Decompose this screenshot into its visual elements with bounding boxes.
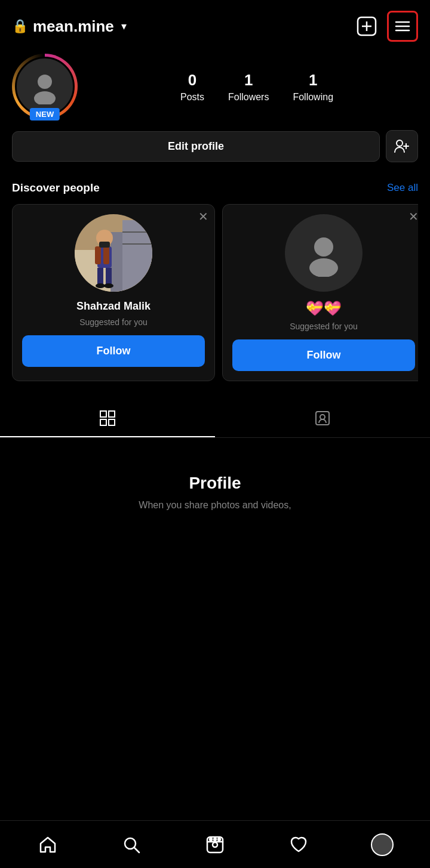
card-sub-1: Suggested for you xyxy=(79,317,148,327)
svg-rect-30 xyxy=(100,419,106,425)
stats-row: 0 Posts 1 Followers 1 Following xyxy=(96,71,418,103)
home-icon xyxy=(38,835,57,854)
svg-point-40 xyxy=(214,838,216,841)
new-badge: NEW xyxy=(30,108,60,121)
svg-line-35 xyxy=(134,848,139,852)
username-label[interactable]: mean.mine xyxy=(33,17,114,36)
empty-profile-section: Profile When you share photos and videos… xyxy=(0,438,430,535)
search-icon xyxy=(122,835,141,854)
top-bar-left: 🔒 mean.mine ▾ xyxy=(12,17,127,36)
svg-rect-25 xyxy=(99,242,110,248)
svg-rect-28 xyxy=(100,411,106,417)
see-all-button[interactable]: See all xyxy=(387,182,418,194)
card-name-1: Shahzad Malik xyxy=(76,300,150,313)
close-card-1-button[interactable]: ✕ xyxy=(198,211,208,223)
edit-row: Edit profile xyxy=(12,130,418,162)
svg-point-6 xyxy=(38,75,52,89)
followers-label: Followers xyxy=(228,92,269,103)
add-content-button[interactable] xyxy=(354,13,380,39)
posts-count: 0 xyxy=(188,71,196,89)
add-person-button[interactable] xyxy=(386,130,418,162)
grid-icon xyxy=(99,410,116,427)
card-emoji-2: 💝💝 xyxy=(306,300,342,317)
discover-cards: ✕ xyxy=(12,204,418,381)
follow-button-2[interactable]: Follow xyxy=(232,339,415,371)
top-bar-right xyxy=(354,11,418,42)
svg-point-37 xyxy=(213,842,217,847)
nav-search[interactable] xyxy=(108,827,155,863)
avatar-inner xyxy=(15,57,75,116)
tabs-section xyxy=(0,399,430,438)
svg-rect-32 xyxy=(316,412,329,425)
close-card-2-button[interactable]: ✕ xyxy=(408,211,418,223)
follow-button-1[interactable]: Follow xyxy=(22,335,205,367)
posts-stat[interactable]: 0 Posts xyxy=(180,71,204,103)
svg-rect-21 xyxy=(97,268,103,286)
svg-point-7 xyxy=(34,91,56,104)
followers-stat[interactable]: 1 Followers xyxy=(228,71,269,103)
svg-point-23 xyxy=(96,283,105,288)
profile-avatar-nav xyxy=(371,833,394,856)
discover-title: Discover people xyxy=(12,181,100,194)
following-count: 1 xyxy=(309,71,317,89)
svg-point-33 xyxy=(320,415,325,419)
empty-profile-subtitle: When you share photos and videos, xyxy=(139,500,291,511)
svg-rect-31 xyxy=(109,419,115,425)
svg-rect-29 xyxy=(109,411,115,417)
tab-grid[interactable] xyxy=(0,399,215,437)
svg-rect-20 xyxy=(103,246,109,264)
profile-section: NEW 0 Posts 1 Followers 1 Following Edit… xyxy=(0,48,430,172)
svg-rect-19 xyxy=(95,246,101,264)
following-stat[interactable]: 1 Following xyxy=(293,71,333,103)
card-sub-2: Suggested for you xyxy=(290,322,358,331)
tab-tagged[interactable] xyxy=(215,399,430,437)
nav-home[interactable] xyxy=(24,827,72,863)
menu-button[interactable] xyxy=(387,11,418,42)
card-avatar-2 xyxy=(285,214,363,292)
reels-icon xyxy=(205,835,225,854)
edit-profile-button[interactable]: Edit profile xyxy=(12,131,380,162)
chevron-down-icon[interactable]: ▾ xyxy=(121,20,127,33)
followers-count: 1 xyxy=(244,71,253,89)
discover-card-1: ✕ xyxy=(12,204,215,381)
svg-rect-22 xyxy=(106,268,112,286)
avatar-wrapper: NEW xyxy=(12,54,78,119)
card-avatar-1 xyxy=(75,214,152,292)
discover-card-2: ✕ 💝💝 Suggested for you Follow xyxy=(222,204,418,381)
nav-activity[interactable] xyxy=(275,827,322,863)
top-bar: 🔒 mean.mine ▾ xyxy=(0,0,430,48)
svg-point-24 xyxy=(104,283,113,288)
svg-rect-13 xyxy=(122,220,152,292)
bottom-nav xyxy=(0,820,430,868)
tagged-icon xyxy=(314,410,331,427)
default-avatar-icon xyxy=(27,69,63,104)
lock-icon: 🔒 xyxy=(12,18,28,34)
empty-profile-title: Profile xyxy=(189,474,241,493)
following-label: Following xyxy=(293,92,333,103)
profile-top: NEW 0 Posts 1 Followers 1 Following xyxy=(12,54,418,119)
svg-point-26 xyxy=(314,237,333,257)
svg-point-8 xyxy=(397,140,403,146)
nav-reels[interactable] xyxy=(191,827,239,863)
posts-label: Posts xyxy=(180,92,204,103)
heart-icon xyxy=(289,835,308,854)
discover-header: Discover people See all xyxy=(12,181,418,194)
svg-point-39 xyxy=(210,838,212,841)
svg-point-41 xyxy=(218,838,220,841)
discover-section: Discover people See all ✕ xyxy=(0,172,430,387)
nav-profile[interactable] xyxy=(358,827,406,863)
svg-point-27 xyxy=(309,258,338,277)
